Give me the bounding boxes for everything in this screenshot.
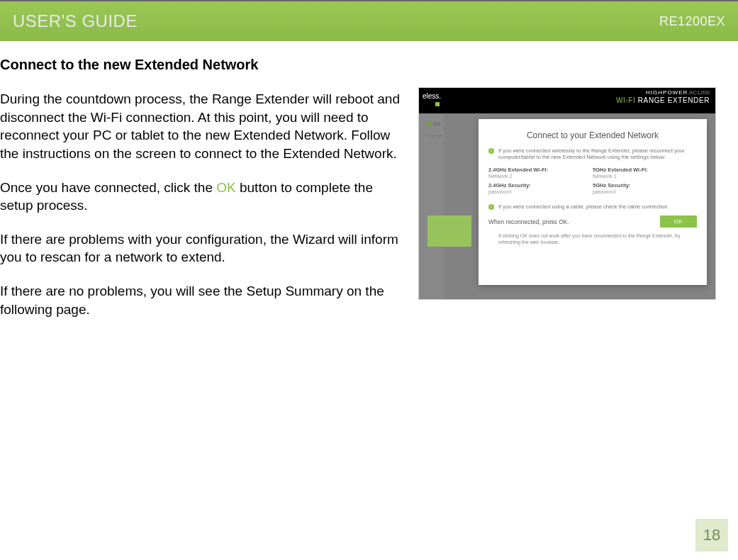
col2-lbl1: 5GHz Extended Wi-Fi: (593, 167, 697, 173)
reconnect-row: When reconnected, press OK. OK (488, 215, 697, 228)
modal-title: Connect to your Extended Network (488, 130, 697, 140)
paragraph-2: Once you have connected, click the OK bu… (0, 179, 404, 215)
col1-val1: Network 2 (488, 173, 593, 179)
modal-text-1: If you were connected wirelessly to the … (498, 147, 697, 161)
page-content: Connect to the new Extended Network Duri… (0, 41, 738, 334)
shot-nav-co: Co (427, 121, 440, 127)
header-model: RE1200EX (659, 14, 725, 29)
shot-brand-bar: HIGHPOWER AC1200 WI-FI RANGE EXTENDER (442, 88, 715, 113)
brand-highpower: HIGHPOWER (646, 89, 688, 96)
shot-left-strip: eless. (419, 88, 444, 113)
nav-square-icon (427, 122, 432, 126)
col1-lbl1: 2.4GHz Extended Wi-Fi: (488, 167, 593, 173)
shot-modal: Connect to your Extended Network ! If yo… (479, 119, 707, 285)
col2-val1: Network 1 (593, 173, 697, 179)
body-row: During the countdown process, the Range … (0, 90, 724, 334)
col2-lbl2: 5GHz Security: (593, 182, 697, 189)
brand-sub: RANGE EXTENDER (638, 96, 710, 104)
shot-gray-nav (419, 113, 444, 300)
page-number: 18 (695, 519, 728, 551)
modal-text-2: If you were connected using a cable, ple… (498, 203, 669, 210)
net-col-1: 2.4GHz Extended Wi-Fi: Network 2 2.4GHz … (488, 167, 593, 198)
device-screenshot: eless. HIGHPOWER AC1200 WI-FI RANGE EXTE… (418, 87, 716, 300)
brand-wifi: WI-FI (616, 96, 635, 104)
bullet-icon: ! (488, 148, 494, 154)
modal-line-2: ! If you were connected using a cable, p… (488, 203, 697, 210)
header-bar: USER'S GUIDE RE1200EX (0, 0, 738, 41)
modal-line-1: ! If you were connected wirelessly to th… (488, 147, 697, 161)
col2-val2: password (593, 189, 697, 195)
ok-button[interactable]: OK (660, 215, 697, 228)
net-col-2: 5GHz Extended Wi-Fi: Network 1 5GHz Secu… (593, 167, 697, 198)
header-title: USER'S GUIDE (13, 11, 138, 31)
reconnect-text: When reconnected, press OK. (488, 218, 569, 225)
modal-note: If clicking OK does not work after you h… (498, 233, 683, 246)
p2-part-a: Once you have connected, click the (0, 180, 216, 195)
green-dot-icon (435, 102, 440, 106)
strip-text: eless. (423, 92, 441, 100)
brand-ac: AC1200 (689, 89, 710, 96)
screenshot-column: eless. HIGHPOWER AC1200 WI-FI RANGE EXTE… (418, 87, 716, 300)
bullet-icon-2: ! (488, 204, 494, 210)
section-title: Connect to the new Extended Network (0, 57, 724, 73)
nav-co-text: Co (433, 121, 440, 127)
paragraph-4: If there are no problems, you will see t… (0, 282, 404, 318)
network-grid: 2.4GHz Extended Wi-Fi: Network 2 2.4GHz … (488, 167, 697, 198)
col1-val2: password (488, 189, 593, 195)
paragraph-1: During the countdown process, the Range … (0, 90, 404, 163)
text-column: During the countdown process, the Range … (0, 90, 404, 334)
shot-nav-sub: The se (427, 133, 442, 138)
paragraph-3: If there are problems with your configur… (0, 230, 404, 267)
ok-highlight: OK (216, 180, 235, 195)
col1-lbl2: 2.4GHz Security: (488, 182, 593, 189)
shot-green-stripe (427, 215, 471, 247)
